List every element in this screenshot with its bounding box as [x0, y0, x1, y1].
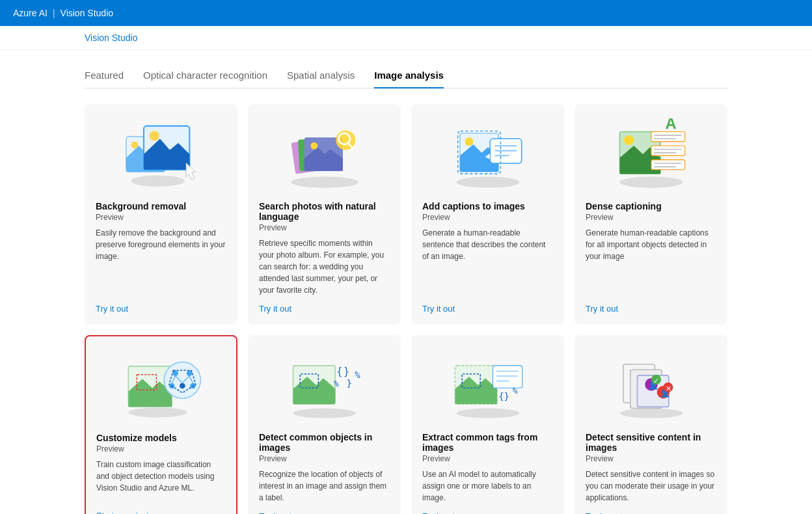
card-dense-captioning-desc: Generate human-readable captions for all…: [586, 227, 716, 296]
svg-text:{}: {}: [498, 391, 509, 401]
card-customize-models-title: Customize models: [96, 433, 226, 443]
card-search-photos-link[interactable]: Try it out: [259, 304, 390, 314]
card-customize-models-badge: Preview: [96, 444, 226, 453]
card-extract-tags-desc: Use an AI model to automatically assign …: [422, 468, 553, 504]
card-bg-removal-desc: Easily remove the background and preserv…: [96, 227, 226, 296]
svg-point-64: [456, 409, 519, 418]
topbar: Azure AI | Vision Studio: [0, 0, 812, 26]
tab-image-analysis[interactable]: Image analysis: [374, 63, 444, 88]
card-bg-removal: Background removal Preview Easily remove…: [85, 104, 237, 325]
svg-rect-33: [651, 146, 685, 156]
svg-point-47: [180, 383, 185, 389]
svg-point-6: [149, 131, 159, 141]
card-sensitive-content: 👤 ✓ 👤 ✕ Detect sensitive content in imag…: [575, 335, 727, 514]
card-search-photos-desc: Retrieve specific moments within your ph…: [259, 237, 390, 296]
card-add-captions-desc: Generate a human-readable sentence that …: [422, 227, 553, 296]
card-add-captions-badge: Preview: [422, 213, 553, 222]
card-add-captions-link[interactable]: Try it out: [422, 304, 553, 314]
product-label: Vision Studio: [61, 8, 113, 18]
svg-rect-68: [493, 366, 522, 388]
svg-point-55: [293, 409, 356, 418]
svg-text:%: %: [512, 386, 517, 396]
card-sensitive-content-link[interactable]: Try it out: [586, 511, 716, 514]
svg-text:}: }: [346, 378, 351, 388]
card-dense-captioning-badge: Preview: [586, 213, 716, 222]
svg-point-0: [131, 176, 184, 187]
card-search-photos-image: [259, 115, 390, 193]
card-sensitive-content-desc: Detect sensitive content in images so yo…: [586, 468, 716, 504]
svg-point-26: [619, 176, 683, 187]
card-detect-objects: { } % } % Detect common objects in image…: [248, 335, 401, 514]
card-dense-captioning-image: A: [586, 115, 716, 193]
svg-text:%: %: [334, 379, 339, 388]
card-extract-tags-image: {} %: [422, 346, 553, 424]
svg-text:A: A: [665, 118, 676, 132]
card-extract-tags: {} % Extract common tags from images Pre…: [411, 335, 564, 514]
card-detect-objects-image: { } % } %: [259, 346, 390, 424]
svg-text:%: %: [355, 370, 360, 380]
svg-point-12: [310, 142, 318, 150]
card-add-captions-image: [422, 115, 553, 193]
card-dense-captioning-link[interactable]: Try it out: [586, 304, 716, 314]
card-detect-objects-link[interactable]: Try it out: [259, 511, 390, 514]
card-bg-removal-image: [96, 115, 226, 193]
svg-point-7: [291, 176, 358, 187]
breadcrumb-bar: Vision Studio: [0, 26, 812, 50]
card-bg-removal-title: Background removal: [96, 201, 226, 211]
card-detect-objects-badge: Preview: [259, 454, 390, 463]
brand-label: Azure AI: [13, 8, 47, 18]
main-content: Featured Optical character recognition S…: [0, 50, 812, 514]
card-extract-tags-title: Extract common tags from images: [422, 432, 553, 453]
card-add-captions-title: Add captions to images: [422, 201, 553, 211]
card-detect-objects-title: Detect common objects in images: [259, 432, 390, 453]
tab-ocr[interactable]: Optical character recognition: [143, 63, 267, 88]
card-customize-models-image: [96, 347, 226, 425]
card-detect-objects-desc: Recognize the location of objects of int…: [259, 468, 390, 504]
svg-point-40: [128, 407, 187, 417]
card-dense-captioning: A Dense captioning Preview Generate huma…: [575, 104, 727, 325]
card-dense-captioning-title: Dense captioning: [586, 201, 716, 211]
card-extract-tags-badge: Preview: [422, 454, 553, 463]
svg-text:}: }: [344, 366, 349, 377]
svg-point-3: [131, 142, 138, 149]
card-bg-removal-link[interactable]: Try it out: [96, 304, 226, 314]
tab-spatial[interactable]: Spatial analysis: [287, 63, 355, 88]
svg-rect-36: [651, 160, 685, 170]
svg-text:{: {: [336, 366, 342, 377]
card-search-photos-title: Search photos with natural language: [259, 201, 390, 222]
card-sensitive-content-badge: Preview: [586, 454, 716, 463]
svg-point-16: [456, 176, 519, 187]
svg-rect-30: [651, 132, 685, 142]
card-search-photos-badge: Preview: [259, 223, 390, 232]
card-customize-models-link[interactable]: Start a project: [96, 511, 226, 514]
svg-point-19: [465, 137, 473, 146]
svg-text:✓: ✓: [653, 377, 659, 385]
card-add-captions: Add captions to images Preview Generate …: [411, 104, 564, 325]
breadcrumb-link[interactable]: Vision Studio: [85, 33, 137, 43]
tab-featured[interactable]: Featured: [85, 63, 124, 88]
topbar-separator: |: [53, 8, 55, 18]
card-customize-models: Customize models Preview Train custom im…: [85, 335, 237, 514]
tabs-container: Featured Optical character recognition S…: [85, 63, 727, 88]
svg-text:✕: ✕: [666, 385, 671, 392]
card-bg-removal-badge: Preview: [96, 213, 226, 222]
svg-point-74: [619, 409, 683, 418]
svg-point-44: [164, 362, 200, 398]
card-customize-models-desc: Train custom image classification and ob…: [96, 459, 226, 503]
card-search-photos: Search photos with natural language Prev…: [248, 104, 401, 325]
cards-grid: Background removal Preview Easily remove…: [85, 104, 727, 514]
card-extract-tags-link[interactable]: Try it out: [422, 511, 553, 514]
card-sensitive-content-image: 👤 ✓ 👤 ✕: [586, 346, 716, 424]
svg-point-29: [624, 135, 634, 145]
card-sensitive-content-title: Detect sensitive content in images: [586, 432, 716, 453]
